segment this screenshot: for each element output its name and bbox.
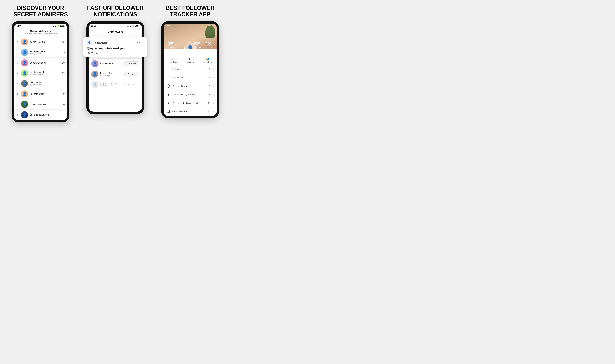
signal-icon-2: ▲ [130,25,131,27]
unf-handle: heather_tay [100,72,123,74]
tracker-item-label: Ghost Followers [173,110,204,113]
tracker-item-icon [166,92,171,97]
unfollower-list-item[interactable]: 👤 heather_tay Heather Taylor Following [89,69,142,79]
tab-activity-meter[interactable]: 📊 Activity Meter [201,56,214,64]
tracker-list-item[interactable]: — Unfollowers 6 › [164,73,217,82]
list-item[interactable]: 4 👤 matthewsanchez Matthew Sanchez 12 [14,68,67,78]
back-btn-1[interactable]: ← [16,30,21,34]
list-item[interactable]: 3 👤 deborah.wagner 19 [14,58,67,68]
phone-screen-2: 12:00 ▲ ▲ 🔋 100% ← Unfollowers ⋮ [89,24,142,112]
list-item[interactable]: 1 👤 beverly_martin 35 [14,37,67,47]
avatar-spacer [164,49,217,55]
wifi-icon: ▲ [52,25,54,27]
following-btn[interactable]: Following [124,72,139,77]
rank-number: 7 [16,103,19,106]
list-item[interactable]: 5 👤 tyler_ferguson Tyler Ferguson 12 [14,78,67,89]
panel3-title-line2: TRACKER APP [170,11,210,18]
menu-btn-2[interactable]: ⋮ [135,30,139,34]
panel2-title: FAST UNFOLLOWER NOTIFICATIONS [87,5,143,17]
tracker-item-count: 6 [209,76,210,79]
list-item[interactable]: 6 👤 kennethjordan 9 [14,89,67,99]
tracker-item-icon: + [166,67,171,71]
following-btn[interactable]: Following [124,61,139,66]
signal-icon-3: ▲ [201,25,203,26]
user-info: beverly_martin [30,41,60,43]
battery-icon: 🔋 [57,25,59,27]
profile-cover: 12:00 🔍 ▲ ▲ 🔋 100% ↺ [164,24,217,49]
status-icons-1: ▲ ▲ 🔋 100% [52,25,65,27]
tracker-list-item[interactable]: You unfollowed 3 › [164,82,217,91]
tab-activity-feed[interactable]: 📈 Activity Feed [166,56,179,64]
menu-btn-1[interactable]: ⋮ [60,30,65,34]
app-subtitle-1: Gave likes & comments, doesn't follow yo… [24,33,57,35]
tracker-list-item[interactable]: You are not following back 65 › [164,99,217,107]
user-handle: tyler_ferguson [30,81,60,84]
user-name: Matthew Sanchez [30,73,60,75]
admirer-list: 1 👤 beverly_martin 35 2 👤 kathrynestrada… [14,37,67,120]
tracker-item-icon [166,109,171,114]
user-avatar: 👤 [21,91,28,97]
unfollower-list-item[interactable]: 👤 stephen_saniels Stephen Saniels Follow… [89,79,142,90]
tracker-list-item[interactable]: Ghost Followers 100 › [164,107,217,116]
panel1-title: DISCOVER YOUR SECRET ADMIRERS [14,5,68,17]
battery-icon-2: 🔋 [132,25,134,27]
phone-screen-3: 12:00 🔍 ▲ ▲ 🔋 100% ↺ [164,24,217,116]
profile-avatar-container: 👤 [184,42,196,49]
list-item[interactable]: 2 👤 kathrynestrada Kathryn Estrada 33 [14,47,67,58]
unfollower-list-item[interactable]: 👤 daniellewillis Following [89,59,142,69]
following-count: 460 [205,41,211,46]
activity-feed-label: Activity Feed [168,61,177,63]
user-name: Tyler Ferguson [30,84,60,86]
phone-frame-3: 12:00 🔍 ▲ ▲ 🔋 100% ↺ [161,21,219,118]
battery-label-3: 100% [207,25,211,26]
time-1: 12:00 [16,25,21,27]
user-count: 35 [62,41,65,43]
back-btn-2[interactable]: ← [91,30,96,34]
activity-meter-icon: 📊 [205,57,209,61]
battery-label-2: 100% [135,25,139,27]
user-info: tyler_ferguson Tyler Ferguson [30,81,60,86]
user-avatar: 👤 [21,101,28,108]
tabs-row: 📈 Activity Feed ▶ Your Stories 📊 Activit… [164,55,217,65]
panel3-title-line1: BEST FOLLOWER [166,5,214,11]
activity-feed-icon: 📈 [170,57,174,61]
refresh-icon-3[interactable]: ↺ [213,25,214,26]
notif-time: 1 min ago [136,42,144,44]
rank-number: 4 [16,72,19,74]
rank-number: 1 [16,41,19,43]
tracker-item-label: You are not following back [173,102,206,104]
chevron-right-icon: › [213,110,214,113]
tracker-list-item[interactable]: Not following you back 7 › [164,91,217,99]
unf-avatar: 👤 [91,81,98,88]
user-handle: oscardelacavallería [30,113,61,116]
unf-user-info: heather_tay Heather Taylor [100,72,123,76]
tracker-list-item[interactable]: + Followers 9 › [164,65,217,73]
notif-app-name: Followmeter [94,41,134,44]
notification-card[interactable]: 👤 Followmeter 1 min ago @joycelong unfol… [83,37,147,57]
search-icon-3[interactable]: 🔍 [195,25,197,26]
tracker-item-label: Not following you back [173,93,207,96]
following-btn[interactable]: Following [124,82,139,87]
chevron-right-icon: › [213,102,214,104]
rank-number: 2 [16,51,19,54]
tracker-item-icon [166,101,171,105]
user-handle: matthewsanchez [30,71,60,73]
tracker-item-count: 3 [209,85,210,87]
phone-screen-1: 12:00 ▲ ▲ 🔋 100% ← Secret Admirers Gave … [14,24,67,120]
user-handle: torstenpaulsson [30,103,61,106]
unf-user-info: daniellewillis [100,62,123,65]
list-item[interactable]: 8 👤 oscardelacavallería 7 [14,110,67,120]
chevron-right-icon: › [213,85,214,88]
status-icons-2: ▲ ▲ 🔋 100% [127,25,139,27]
user-handle: beverly_martin [30,41,60,43]
tracker-item-count: 100 [206,110,210,113]
wifi-icon-3: ▲ [199,25,201,26]
followmeter-icon: 👤 [86,40,92,46]
posts-count: 258 [168,41,174,46]
list-item[interactable]: 7 👤 torstenpaulsson 8 [14,99,67,110]
status-bar-1: 12:00 ▲ ▲ 🔋 100% [14,24,67,28]
tracker-item-label: Followers [173,68,207,70]
unf-name: Stephen Saniels [100,85,123,87]
user-info: deborah.wagner [30,61,60,64]
tab-your-stories[interactable]: ▶ Your Stories [184,56,196,64]
